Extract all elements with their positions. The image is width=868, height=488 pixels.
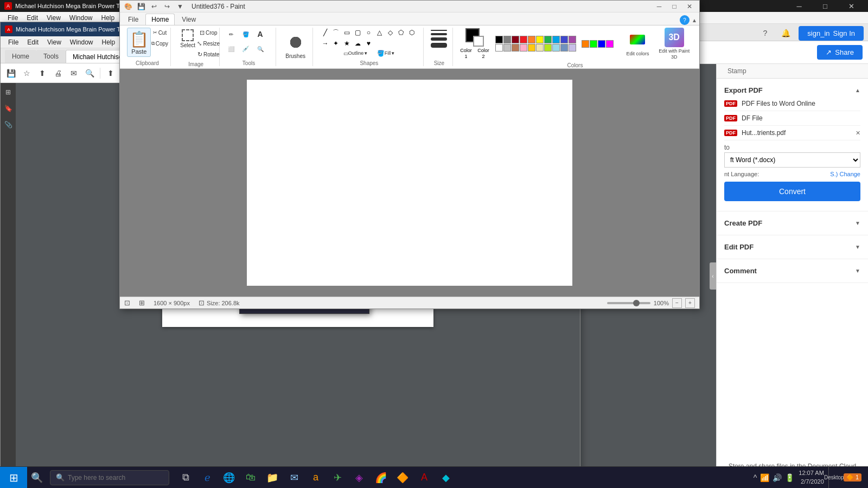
palette-amber[interactable]: [528, 44, 535, 52]
taskbar-search-box[interactable]: 🔍: [50, 470, 169, 485]
taskbar-chrome[interactable]: 🌈: [371, 467, 391, 489]
shape-roundrect[interactable]: ▢: [353, 28, 362, 37]
comment-header[interactable]: Comment ▼: [724, 265, 860, 277]
palette-cream[interactable]: [536, 44, 544, 52]
shape-curve[interactable]: ⌒: [331, 28, 341, 37]
taskbar-mail[interactable]: ✉: [284, 467, 304, 489]
palette-purple[interactable]: [569, 36, 576, 43]
shape-rect[interactable]: ▭: [342, 28, 352, 37]
menu-help[interactable]: Help: [97, 13, 119, 23]
palette-lightgray[interactable]: [503, 44, 511, 52]
picker-tool[interactable]: 💉: [239, 42, 252, 55]
palette-pink[interactable]: [520, 44, 527, 52]
taskbar-edge[interactable]: ℯ: [197, 467, 217, 489]
magnify-tool[interactable]: 🔍: [254, 42, 267, 55]
brushes-button[interactable]: Brushes: [282, 33, 309, 60]
palette-blue[interactable]: [552, 36, 560, 43]
sub-menu-help[interactable]: Help: [98, 37, 120, 47]
ast-bookmark[interactable]: ☆: [20, 66, 34, 80]
taskbar-task-view[interactable]: ⧉: [176, 467, 195, 489]
notifications-button[interactable]: 🔔: [778, 25, 793, 41]
outline-button[interactable]: ▭ Outline ▼: [340, 48, 371, 58]
sub-menu-file[interactable]: File: [4, 37, 23, 47]
zoom-slider[interactable]: [607, 302, 650, 304]
help-button[interactable]: ?: [757, 25, 773, 41]
taskbar-acrobat[interactable]: A: [414, 467, 434, 489]
menu-file[interactable]: File: [3, 13, 22, 23]
search-input[interactable]: [68, 474, 155, 481]
desktop-button[interactable]: Desktop: [828, 467, 839, 489]
acrobat-sub-tab-home[interactable]: Home: [5, 50, 36, 63]
sub-sidebar-attach[interactable]: 📎: [2, 119, 14, 131]
sub-menu-view[interactable]: View: [43, 37, 66, 47]
ast-prev[interactable]: ⬆: [104, 66, 118, 80]
taskbar-search-icon[interactable]: 🔍: [27, 467, 47, 489]
sys-tray-expand[interactable]: ^: [754, 473, 757, 482]
taskbar-clock[interactable]: 12:07 AM 2/7/2020: [799, 469, 824, 486]
shape-triangle[interactable]: △: [374, 28, 384, 37]
paint-undo-btn[interactable]: ↩: [148, 2, 160, 11]
palette-yellow[interactable]: [536, 36, 544, 43]
taskbar-ie[interactable]: 🌐: [219, 467, 239, 489]
shape-star5[interactable]: ★: [342, 38, 352, 47]
shape-line[interactable]: ╱: [320, 28, 330, 37]
taskbar-amazon[interactable]: a: [306, 467, 326, 489]
create-pdf-header[interactable]: Create PDF ▼: [724, 217, 860, 229]
sys-network-icon[interactable]: 📶: [760, 473, 769, 482]
paint-maximize-btn[interactable]: □: [667, 1, 682, 12]
paint-customize-btn[interactable]: ▼: [174, 2, 186, 11]
fill-button[interactable]: 🪣 Fill ▼: [374, 48, 398, 58]
ast-print[interactable]: 🖨: [51, 66, 65, 80]
resize-button[interactable]: ⤡ Resize: [201, 38, 216, 48]
shape-cloud[interactable]: ☁: [353, 38, 362, 47]
paint-tab-file[interactable]: File: [122, 14, 144, 25]
eraser-tool[interactable]: ⬜: [225, 42, 238, 55]
zoom-slider-thumb[interactable]: [633, 300, 640, 306]
cut-button[interactable]: ✂ Cut: [152, 28, 167, 37]
taskbar-tripadvisor[interactable]: ✈: [328, 467, 347, 489]
zoom-in-paint[interactable]: +: [685, 298, 695, 308]
size-3[interactable]: [431, 37, 447, 41]
paint-close-btn[interactable]: ✕: [682, 1, 697, 12]
extra-color-4[interactable]: [606, 40, 614, 48]
menu-window[interactable]: Window: [65, 13, 97, 23]
extra-color-1[interactable]: [582, 40, 589, 48]
ast-email[interactable]: ✉: [67, 66, 81, 80]
text-tool[interactable]: A: [254, 28, 267, 41]
zoom-out-paint[interactable]: −: [672, 298, 682, 308]
taskbar-vlc[interactable]: 🔶: [393, 467, 412, 489]
minimize-button[interactable]: ─: [787, 0, 812, 12]
paint-tab-home[interactable]: Home: [145, 14, 175, 25]
ast-search[interactable]: 🔍: [82, 66, 97, 80]
export-pdf-header[interactable]: Export PDF ▲: [724, 84, 860, 97]
sign-in-button[interactable]: sign_in Sign In: [799, 26, 864, 41]
export-item-hut[interactable]: PDF Hut...trients.pdf ✕: [724, 126, 860, 140]
paint-ribbon-collapse[interactable]: ▲: [692, 17, 697, 23]
palette-brown[interactable]: [512, 44, 519, 52]
paint-help-btn[interactable]: ?: [680, 15, 690, 25]
color2-swatch[interactable]: [473, 36, 484, 47]
panel-collapse-button[interactable]: ‹: [710, 262, 716, 290]
paint-canvas[interactable]: [247, 80, 572, 286]
rotate-button[interactable]: ↻ Rotate: [201, 49, 216, 59]
select-button[interactable]: Select: [176, 28, 200, 49]
paste-button[interactable]: 📋 Paste: [127, 28, 151, 57]
ast-upload[interactable]: ⬆: [35, 66, 49, 80]
crop-button[interactable]: ⊡ Crop: [201, 28, 216, 37]
sub-sidebar-bookmarks[interactable]: 🔖: [2, 102, 14, 114]
export-hut-close[interactable]: ✕: [856, 130, 860, 137]
sys-volume-icon[interactable]: 🔊: [773, 473, 782, 482]
ast-save[interactable]: 💾: [4, 66, 18, 80]
maximize-button[interactable]: □: [813, 0, 838, 12]
word-format-select[interactable]: ft Word (*.docx): [724, 152, 860, 168]
paint-save-btn[interactable]: 💾: [135, 2, 147, 11]
palette-red[interactable]: [520, 36, 527, 43]
taskbar-extra[interactable]: ◆: [436, 467, 456, 489]
start-button[interactable]: ⊞: [0, 467, 27, 489]
sys-battery-icon[interactable]: 🔋: [785, 473, 794, 482]
palette-green[interactable]: [544, 36, 552, 43]
paint-minimize-btn[interactable]: ─: [652, 1, 667, 12]
menu-edit[interactable]: Edit: [22, 13, 42, 23]
taskbar-something[interactable]: ◈: [349, 467, 369, 489]
palette-lightblue[interactable]: [552, 44, 560, 52]
